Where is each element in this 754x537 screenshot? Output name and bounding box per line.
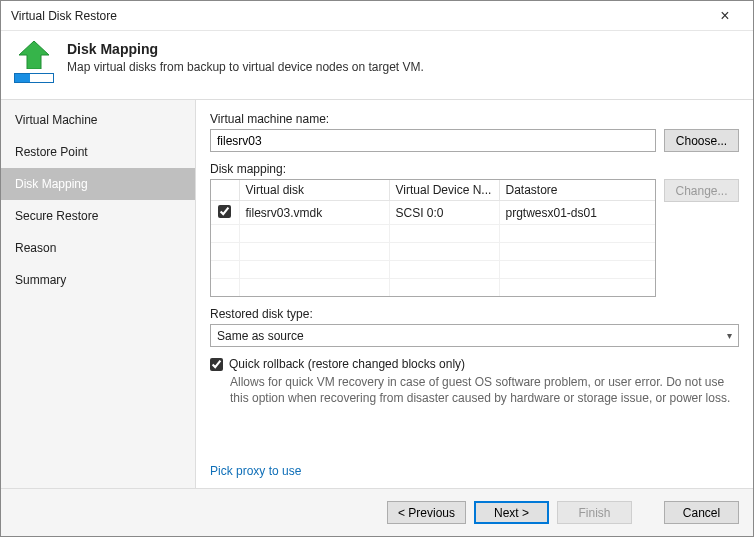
wizard-header: Disk Mapping Map virtual disks from back… — [1, 31, 753, 99]
step-disk-mapping[interactable]: Disk Mapping — [1, 168, 195, 200]
row-checkbox[interactable] — [218, 205, 231, 218]
col-checkbox — [211, 180, 239, 201]
change-button: Change... — [664, 179, 739, 202]
step-restore-point[interactable]: Restore Point — [1, 136, 195, 168]
close-icon[interactable]: × — [705, 8, 745, 24]
header-text: Disk Mapping Map virtual disks from back… — [67, 41, 424, 74]
wizard-body: Virtual Machine Restore Point Disk Mappi… — [1, 99, 753, 488]
disk-type-select[interactable]: Same as source ▾ — [210, 324, 739, 347]
next-button[interactable]: Next > — [474, 501, 549, 524]
cell-disk: filesrv03.vmdk — [239, 201, 389, 225]
table-row — [211, 261, 655, 279]
progress-icon — [14, 73, 54, 83]
header-icon — [13, 41, 55, 83]
table-row — [211, 279, 655, 297]
quick-rollback-checkbox[interactable] — [210, 358, 223, 371]
col-virtual-disk[interactable]: Virtual disk — [239, 180, 389, 201]
step-reason[interactable]: Reason — [1, 232, 195, 264]
disk-mapping-grid[interactable]: Virtual disk Virtual Device N... Datasto… — [210, 179, 656, 297]
cell-node: SCSI 0:0 — [389, 201, 499, 225]
restore-arrow-icon — [17, 41, 51, 69]
disk-type-value: Same as source — [217, 329, 304, 343]
page-subtitle: Map virtual disks from backup to virtual… — [67, 60, 424, 74]
table-row — [211, 243, 655, 261]
grid-header-row: Virtual disk Virtual Device N... Datasto… — [211, 180, 655, 201]
vm-name-input[interactable] — [210, 129, 656, 152]
table-row[interactable]: filesrv03.vmdk SCSI 0:0 prgtwesx01-ds01 — [211, 201, 655, 225]
finish-button: Finish — [557, 501, 632, 524]
vm-name-label: Virtual machine name: — [210, 112, 739, 126]
choose-button[interactable]: Choose... — [664, 129, 739, 152]
quick-rollback-label: Quick rollback (restore changed blocks o… — [229, 357, 465, 371]
disk-type-label: Restored disk type: — [210, 307, 739, 321]
col-device-node[interactable]: Virtual Device N... — [389, 180, 499, 201]
table-row — [211, 225, 655, 243]
step-virtual-machine[interactable]: Virtual Machine — [1, 104, 195, 136]
window-title: Virtual Disk Restore — [11, 9, 705, 23]
wizard-window: Virtual Disk Restore × Disk Mapping Map … — [0, 0, 754, 537]
svg-marker-0 — [19, 41, 49, 69]
cancel-button[interactable]: Cancel — [664, 501, 739, 524]
wizard-footer: < Previous Next > Finish Cancel — [1, 488, 753, 536]
titlebar: Virtual Disk Restore × — [1, 1, 753, 31]
wizard-steps: Virtual Machine Restore Point Disk Mappi… — [1, 100, 196, 488]
pick-proxy-link[interactable]: Pick proxy to use — [210, 446, 739, 478]
previous-button[interactable]: < Previous — [387, 501, 466, 524]
chevron-down-icon: ▾ — [727, 330, 732, 341]
col-datastore[interactable]: Datastore — [499, 180, 655, 201]
disk-mapping-label: Disk mapping: — [210, 162, 739, 176]
step-summary[interactable]: Summary — [1, 264, 195, 296]
main-panel: Virtual machine name: Choose... Disk map… — [196, 100, 753, 488]
quick-rollback-help: Allows for quick VM recovery in case of … — [230, 374, 739, 406]
cell-datastore: prgtwesx01-ds01 — [499, 201, 655, 225]
step-secure-restore[interactable]: Secure Restore — [1, 200, 195, 232]
page-title: Disk Mapping — [67, 41, 424, 57]
